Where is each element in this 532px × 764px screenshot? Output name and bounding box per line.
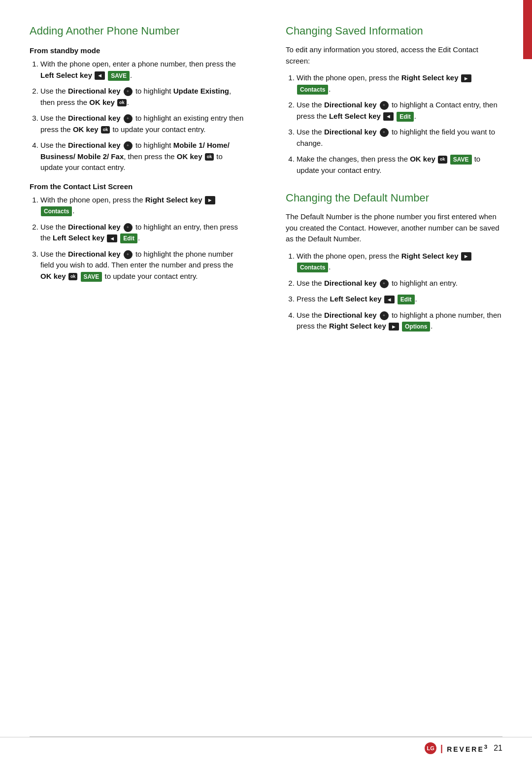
ok-key-icon: ok [438,156,447,164]
directional-key-icon [380,101,389,110]
ok-key-icon: ok [101,126,110,134]
right-select-arrow-icon: ► [389,323,399,331]
footer-logo: LG | REVERE3 [425,742,489,754]
options-badge: Options [402,322,430,332]
ok-key-icon: ok [205,153,214,161]
revere-brand-text: REVERE3 [447,743,489,753]
directional-key-label: Directional key [324,311,377,319]
right-select-key-label: Right Select key [145,196,202,204]
from-contact-heading: From the Contact List Screen [30,182,246,191]
left-column: Adding Another Phone Number From standby… [30,25,261,707]
page-number: 21 [494,744,502,753]
changing-saved-intro: To edit any information you stored, acce… [286,44,502,66]
list-item: Use the Directional key to highlight an … [40,222,246,244]
from-standby-heading: From standby mode [30,46,246,55]
save-badge: SAVE [108,71,130,81]
changing-default-title: Changing the Default Number [286,192,502,204]
list-item: With the phone open, press the Right Sel… [297,251,502,273]
page: Adding Another Phone Number From standby… [0,0,532,764]
contacts-badge: Contacts [297,85,328,95]
directional-key-label: Directional key [68,141,121,149]
key-label: Left Select key [40,71,92,79]
ok-key-label: OK key [40,272,66,280]
footer: LG | REVERE3 21 [0,737,532,764]
list-item: Use the Directional key to highlight Mob… [40,140,246,173]
right-select-arrow-icon: ► [461,74,471,83]
right-select-arrow-icon: ► [205,196,215,204]
changing-default-list: With the phone open, press the Right Sel… [286,251,502,332]
save-badge: SAVE [81,272,102,282]
left-select-arrow-icon: ◄ [107,234,117,243]
directional-key-label: Directional key [324,100,377,109]
save-badge: SAVE [450,155,472,165]
edit-badge: Edit [397,112,414,122]
ok-key-label: OK key [177,152,202,161]
revere-superscript: 3 [484,743,489,750]
list-item: Press the Left Select key ◄ Edit. [297,294,502,305]
content-area: Adding Another Phone Number From standby… [0,0,532,736]
list-item: Use the Directional key to highlight the… [40,249,246,282]
list-item: With the phone open, press the Right Sel… [297,72,502,95]
right-select-key-label: Right Select key [401,73,459,82]
directional-key-label: Directional key [324,279,377,287]
right-select-key-label: Right Select key [401,252,459,260]
list-item: With the phone open, enter a phone numbe… [40,59,246,81]
ok-key-label: OK key [89,98,115,106]
directional-key-icon [124,87,133,96]
ok-key-label: OK key [410,155,435,163]
left-select-arrow-icon: ◄ [95,71,105,80]
list-item: Use the Directional key to highlight an … [297,278,502,289]
right-select-key-label: Right Select key [329,322,386,330]
list-item: Use the Directional key to highlight a p… [297,310,502,332]
right-column: Changing Saved Information To edit any i… [281,25,502,707]
red-bar-decoration [523,0,532,59]
from-contact-list: With the phone open, press the Right Sel… [30,195,246,282]
directional-key-icon [380,279,389,288]
list-item: Make the changes, then press the OK key … [297,154,502,176]
left-select-key-label: Left Select key [53,233,104,242]
update-existing-label: Update Existing [173,87,229,95]
directional-key-label: Directional key [68,87,121,95]
list-item: Use the Directional key to highlight the… [297,127,502,149]
changing-saved-list: With the phone open, press the Right Sel… [286,72,502,176]
edit-badge: Edit [398,295,415,304]
edit-badge: Edit [120,233,137,243]
lg-circle-icon: LG [425,742,436,754]
directional-key-label: Directional key [68,114,121,122]
right-select-arrow-icon: ► [461,252,471,261]
ok-key-icon: ok [68,273,78,281]
contacts-badge: Contacts [297,263,328,272]
list-item: With the phone open, press the Right Sel… [40,195,246,217]
directional-key-icon [124,114,133,123]
left-select-key-label: Left Select key [329,112,381,120]
directional-key-icon [124,250,133,259]
ok-key-icon: ok [117,99,127,107]
from-standby-list: With the phone open, enter a phone numbe… [30,59,246,173]
list-item: Use the Directional key to highlight an … [40,113,246,135]
changing-default-intro: The Default Number is the phone number y… [286,211,502,245]
directional-key-label: Directional key [68,250,121,258]
left-section-title: Adding Another Phone Number [30,25,246,37]
directional-key-icon [380,311,389,320]
left-select-arrow-icon: ◄ [383,112,394,121]
directional-key-label: Directional key [324,128,377,136]
lg-text: | [440,743,443,754]
directional-key-icon [124,141,133,150]
directional-key-icon [380,128,389,137]
directional-key-icon [124,223,133,232]
ok-key-label: OK key [73,125,99,133]
contacts-badge: Contacts [41,206,72,216]
left-select-key-label: Left Select key [330,295,382,303]
list-item: Use the Directional key to highlight Upd… [40,86,246,108]
directional-key-label: Directional key [68,223,121,231]
left-select-arrow-icon: ◄ [384,296,395,304]
list-item: Use the Directional key to highlight a C… [297,100,502,122]
changing-saved-title: Changing Saved Information [286,25,502,37]
